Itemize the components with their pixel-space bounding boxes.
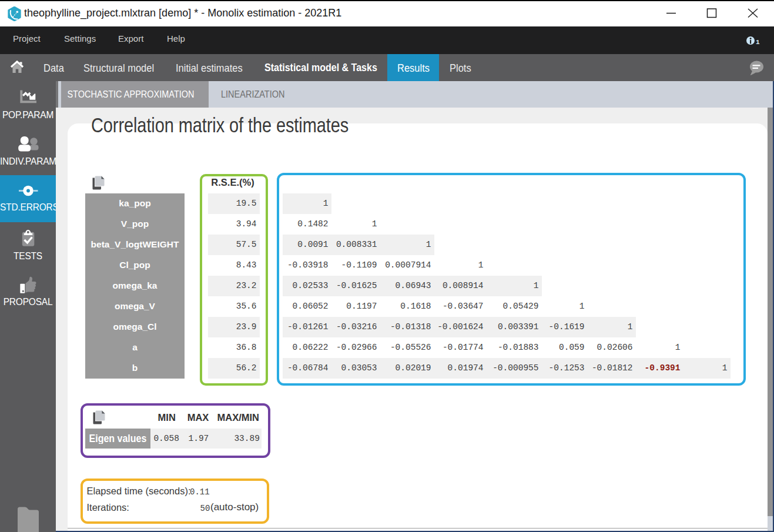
svg-text:1: 1 [756,39,760,46]
